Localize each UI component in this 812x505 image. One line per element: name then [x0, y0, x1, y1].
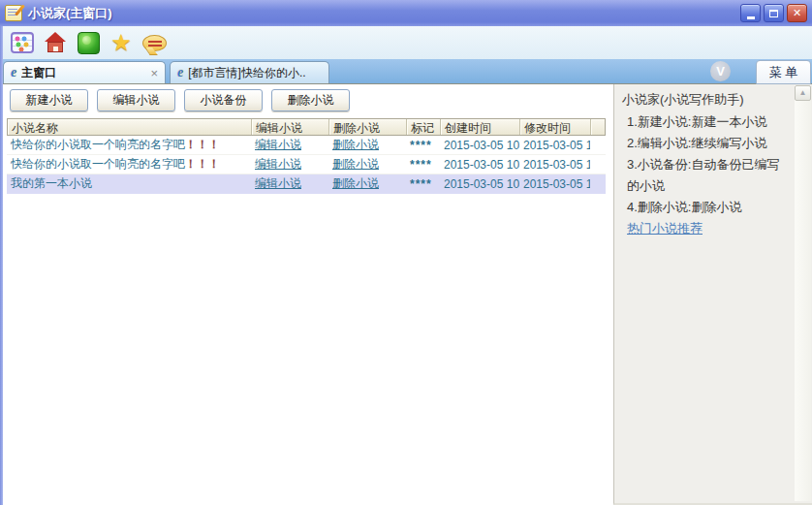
v-badge-button[interactable]: V	[710, 61, 731, 81]
app-window: { "window": { "title": "小说家(主窗口)" }, "gl…	[0, 0, 812, 505]
green-app-icon[interactable]	[76, 30, 101, 55]
green-app-icon-shape	[78, 32, 100, 54]
column-header-mark[interactable]: 标记	[407, 119, 441, 135]
chat-bubble-icon[interactable]	[141, 30, 167, 55]
novel-name-cell: 我的第一本小说	[7, 175, 251, 192]
tab-main-window[interactable]: e 主窗口 ×	[3, 61, 166, 83]
novel-name: 我的第一本小说	[11, 176, 92, 190]
created-time-cell: 2015-03-05 10	[440, 177, 519, 191]
modified-time-cell: 2015-03-05 10	[519, 177, 590, 191]
window-controls: ✕	[740, 4, 807, 22]
created-time-cell: 2015-03-05 10	[440, 158, 519, 172]
star-icon[interactable]: ★	[109, 30, 134, 55]
table-row[interactable]: 快给你的小说取一个响亮的名字吧！！！ 编辑小说 删除小说 **** 2015-0…	[7, 136, 606, 155]
column-header-delete[interactable]: 删除小说	[329, 119, 407, 135]
edit-novel-link[interactable]: 编辑小说	[255, 138, 301, 151]
tab-close-icon[interactable]: ×	[144, 67, 158, 79]
close-icon: ✕	[793, 8, 801, 18]
titlebar: 小说家(主窗口) ✕	[0, 0, 812, 26]
mark-cell: ****	[406, 177, 440, 191]
sidebar-title: 小说家(小说写作助手)	[622, 89, 789, 110]
home-icon-shape	[44, 31, 67, 54]
close-button[interactable]: ✕	[787, 4, 807, 22]
action-button-bar: 新建小说 编辑小说 小说备份 删除小说	[10, 89, 350, 111]
novel-name-cell: 快给你的小说取一个响亮的名字吧！！！	[7, 156, 251, 173]
edit-link-cell: 编辑小说	[251, 156, 328, 173]
column-header-created[interactable]: 创建时间	[441, 119, 520, 135]
window-title: 小说家(主窗口)	[28, 5, 112, 22]
edit-link-cell: 编辑小说	[251, 175, 328, 192]
chat-bubble-icon-shape	[142, 35, 167, 51]
novel-table: 小说名称 编辑小说 删除小说 标记 创建时间 修改时间 快给你的小说取一个响亮的…	[7, 118, 606, 194]
minimize-button[interactable]	[740, 4, 761, 22]
delete-novel-link[interactable]: 删除小说	[332, 157, 379, 171]
column-header-modified[interactable]: 修改时间	[520, 119, 591, 135]
novel-name-suffix: ！！！	[185, 138, 220, 151]
table-row[interactable]: 快给你的小说取一个响亮的名字吧！！！ 编辑小说 删除小说 **** 2015-0…	[7, 155, 606, 174]
maximize-button[interactable]	[764, 4, 784, 22]
sidebar-help-item: 3.小说备份:自动备份已编写的小说	[622, 154, 789, 197]
delete-link-cell: 删除小说	[328, 137, 406, 153]
created-time-cell: 2015-03-05 10	[440, 139, 519, 152]
novel-name: 快给你的小说取一个响亮的名字吧	[11, 157, 185, 171]
help-sidebar-content: 小说家(小说写作助手) 1.新建小说:新建一本小说 2.编辑小说:继续编写小说 …	[622, 89, 789, 239]
edit-novel-link[interactable]: 编辑小说	[255, 176, 301, 190]
column-header-name[interactable]: 小说名称	[8, 119, 252, 135]
edit-novel-link[interactable]: 编辑小说	[255, 157, 301, 171]
window-left-border	[0, 26, 3, 505]
abacus-icon-shape	[11, 32, 34, 53]
sidebar-help-item: 4.删除小说:删除小说	[622, 197, 789, 218]
table-header-row: 小说名称 编辑小说 删除小说 标记 创建时间 修改时间	[7, 118, 606, 136]
tab-label: [都市言情]快给你的小..	[188, 65, 305, 81]
ie-browser-icon: e	[177, 66, 183, 79]
delete-novel-button[interactable]: 删除小说	[271, 89, 350, 111]
tab-bar: e 主窗口 × e [都市言情]快给你的小.. V 菜 单	[0, 59, 812, 84]
delete-link-cell: 删除小说	[328, 175, 406, 192]
tab-novel-page[interactable]: e [都市言情]快给你的小..	[170, 61, 329, 83]
new-novel-button[interactable]: 新建小说	[10, 89, 88, 111]
column-header-stub	[591, 119, 605, 135]
edit-link-cell: 编辑小说	[251, 137, 328, 153]
maximize-icon	[769, 10, 778, 17]
edit-novel-button[interactable]: 编辑小说	[97, 89, 175, 111]
help-sidebar: 小说家(小说写作助手) 1.新建小说:新建一本小说 2.编辑小说:继续编写小说 …	[613, 84, 812, 505]
backup-novel-button[interactable]: 小说备份	[184, 89, 263, 111]
home-icon[interactable]	[43, 30, 68, 55]
modified-time-cell: 2015-03-05 10	[519, 139, 590, 152]
abacus-icon[interactable]	[10, 30, 35, 55]
mark-cell: ****	[406, 139, 440, 152]
mark-cell: ****	[406, 158, 440, 172]
modified-time-cell: 2015-03-05 10	[519, 158, 590, 172]
tab-label: 主窗口	[21, 65, 56, 81]
sidebar-help-item: 1.新建小说:新建一本小说	[622, 111, 789, 133]
delete-novel-link[interactable]: 删除小说	[332, 176, 379, 190]
menu-button[interactable]: 菜 单	[756, 60, 811, 84]
novel-name-suffix: ！！！	[185, 157, 220, 171]
sidebar-scrollbar[interactable]: ▲	[795, 85, 811, 501]
app-notepad-pencil-icon	[5, 5, 22, 21]
ie-browser-icon: e	[11, 66, 16, 79]
delete-link-cell: 删除小说	[328, 156, 406, 173]
novel-name: 快给你的小说取一个响亮的名字吧	[11, 138, 185, 151]
sidebar-help-item: 2.编辑小说:继续编写小说	[622, 133, 789, 154]
novel-name-cell: 快给你的小说取一个响亮的名字吧！！！	[7, 137, 251, 153]
table-row-selected[interactable]: 我的第一本小说 编辑小说 删除小说 **** 2015-03-05 10 201…	[7, 174, 606, 194]
hot-novels-link[interactable]: 热门小说推荐	[622, 218, 703, 239]
delete-novel-link[interactable]: 删除小说	[332, 138, 379, 151]
star-icon-glyph: ★	[110, 31, 132, 54]
toolbar: ★	[0, 26, 812, 59]
scroll-up-icon[interactable]: ▲	[795, 85, 811, 101]
column-header-edit[interactable]: 编辑小说	[252, 119, 329, 135]
minimize-icon	[747, 16, 755, 19]
